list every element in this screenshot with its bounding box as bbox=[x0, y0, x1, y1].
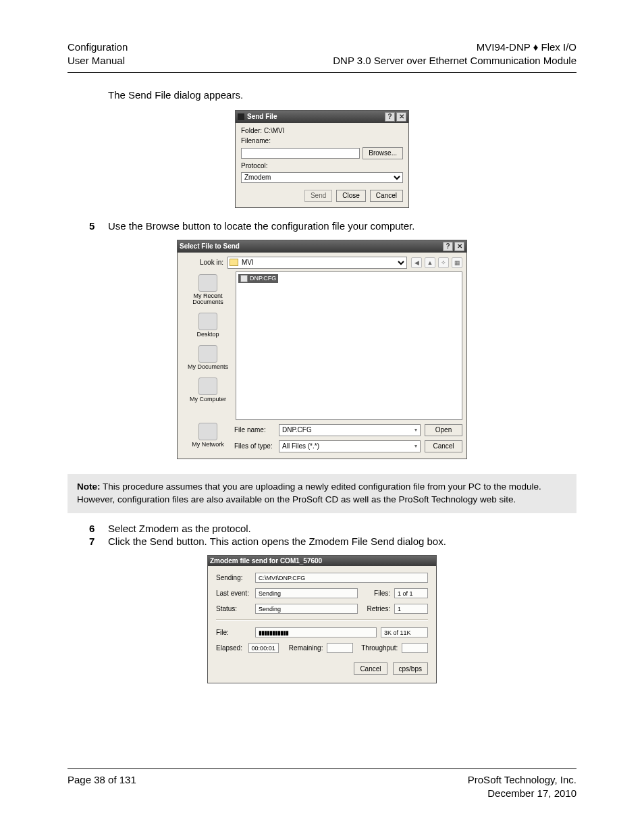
select-file-titlebar: Select File to Send ? ✕ bbox=[178, 240, 466, 253]
filename-combo[interactable]: DNP.CFG▾ bbox=[279, 424, 421, 436]
zmodem-titlebar: Zmodem file send for COM1_57600 bbox=[208, 556, 436, 566]
filename-input[interactable] bbox=[241, 148, 360, 159]
lookin-select[interactable]: MVI bbox=[227, 257, 407, 269]
retries-label: Retries: bbox=[362, 605, 390, 613]
remaining-value bbox=[327, 643, 353, 653]
folder-label: Folder: bbox=[241, 127, 262, 134]
throughput-label: Throughput: bbox=[361, 644, 398, 652]
remaining-label: Remaining: bbox=[289, 644, 323, 652]
filename-label: Filename: bbox=[241, 137, 403, 145]
desktop-icon bbox=[198, 313, 217, 330]
step-5-number: 5 bbox=[89, 220, 108, 232]
elapsed-label: Elapsed: bbox=[216, 644, 244, 652]
lastevent-label: Last event: bbox=[216, 590, 251, 597]
folder-value: C:\MVI bbox=[264, 127, 285, 134]
retries-value: 1 bbox=[394, 604, 428, 614]
note-label: Note: bbox=[77, 481, 101, 492]
status-label: Status: bbox=[216, 605, 251, 613]
file-item-selected[interactable]: DNP.CFG bbox=[238, 274, 278, 283]
cancel-button[interactable]: Cancel bbox=[370, 190, 403, 202]
views-icon[interactable]: ▦ bbox=[452, 257, 462, 268]
lastevent-value: Sending bbox=[255, 588, 358, 598]
send-file-dialog: Send File ? ✕ Folder: C:\MVI Filename: B… bbox=[235, 110, 409, 208]
help-button[interactable]: ? bbox=[385, 112, 395, 122]
files-value: 1 of 1 bbox=[394, 588, 428, 598]
status-value: Sending bbox=[255, 604, 358, 614]
files-label: Files: bbox=[362, 590, 390, 597]
close-icon[interactable]: ✕ bbox=[454, 242, 464, 251]
cps-bps-button[interactable]: cps/bps bbox=[393, 662, 428, 675]
sidebar-mydocs[interactable]: My Documents bbox=[182, 345, 234, 371]
sidebar-mycomputer[interactable]: My Computer bbox=[182, 377, 234, 403]
open-button[interactable]: Open bbox=[425, 424, 462, 436]
close-icon[interactable]: ✕ bbox=[396, 112, 406, 122]
sending-value: C:\MVI\DNP.CFG bbox=[255, 573, 428, 583]
cancel-button[interactable]: Cancel bbox=[425, 440, 462, 452]
my-network-icon bbox=[198, 423, 217, 440]
header-right-line2: DNP 3.0 Server over Ethernet Communicati… bbox=[333, 54, 576, 68]
app-icon bbox=[238, 113, 244, 120]
file-size: 3K of 11K bbox=[381, 627, 428, 637]
page-number: Page 38 of 131 bbox=[68, 773, 136, 801]
sidebar-desktop[interactable]: Desktop bbox=[182, 313, 234, 338]
back-icon[interactable]: ◀ bbox=[411, 257, 422, 268]
file-list[interactable]: DNP.CFG bbox=[236, 271, 462, 420]
filename-label: File name: bbox=[234, 426, 275, 434]
send-file-title: Send File bbox=[247, 113, 277, 120]
filetype-label: Files of type: bbox=[234, 442, 275, 450]
recent-docs-icon bbox=[198, 274, 217, 292]
places-sidebar: My Recent Documents Desktop My Documents bbox=[182, 271, 234, 420]
select-file-title: Select File to Send bbox=[180, 242, 240, 250]
footer-date: December 17, 2010 bbox=[468, 787, 576, 800]
new-folder-icon[interactable]: ✧ bbox=[438, 257, 449, 268]
file-progress: ▮▮▮▮▮▮▮▮▮▮▮ bbox=[255, 627, 377, 637]
zmodem-send-dialog: Zmodem file send for COM1_57600 Sending:… bbox=[207, 555, 437, 683]
zmodem-cancel-button[interactable]: Cancel bbox=[354, 662, 387, 675]
lookin-label: Look in: bbox=[182, 259, 223, 266]
page-header: Configuration User Manual MVI94-DNP ♦ Fl… bbox=[68, 41, 576, 73]
footer-company: ProSoft Technology, Inc. bbox=[468, 773, 576, 787]
step-7-number: 7 bbox=[89, 536, 108, 547]
send-button[interactable]: Send bbox=[304, 190, 332, 202]
step-5-text: Use the Browse button to locate the conf… bbox=[108, 220, 576, 232]
note-text: This procedure assumes that you are uplo… bbox=[77, 481, 541, 504]
intro-text: The Send File dialog appears. bbox=[108, 89, 576, 101]
step-6-number: 6 bbox=[89, 523, 108, 534]
header-left-line1: Configuration bbox=[68, 41, 128, 54]
sidebar-mynetwork[interactable]: My Network bbox=[182, 423, 234, 448]
protocol-label: Protocol: bbox=[241, 162, 403, 170]
file-label: File: bbox=[216, 629, 251, 636]
page-footer: Page 38 of 131 ProSoft Technology, Inc. … bbox=[68, 768, 576, 801]
elapsed-value: 00:00:01 bbox=[248, 643, 279, 653]
protocol-select[interactable]: Zmodem bbox=[241, 172, 403, 183]
sidebar-recent[interactable]: My Recent Documents bbox=[182, 274, 234, 307]
header-left-line2: User Manual bbox=[68, 54, 128, 68]
throughput-value bbox=[402, 643, 428, 653]
my-computer-icon bbox=[198, 377, 217, 395]
step-7-text: Click the Send button. This action opens… bbox=[108, 536, 576, 547]
header-right-line1: MVI94-DNP ♦ Flex I/O bbox=[333, 41, 576, 54]
note-box: Note: This procedure assumes that you ar… bbox=[68, 474, 576, 513]
up-icon[interactable]: ▲ bbox=[425, 257, 435, 268]
sending-label: Sending: bbox=[216, 574, 251, 581]
filetype-combo[interactable]: All Files (*.*)▾ bbox=[279, 440, 421, 452]
send-file-titlebar: Send File ? ✕ bbox=[236, 111, 408, 123]
zmodem-title: Zmodem file send for COM1_57600 bbox=[210, 557, 322, 565]
select-file-dialog: Select File to Send ? ✕ Look in: MVI ◀ ▲ bbox=[177, 240, 467, 460]
browse-button[interactable]: Browse... bbox=[363, 147, 403, 159]
file-icon bbox=[240, 275, 248, 282]
my-documents-icon bbox=[198, 345, 217, 363]
close-button[interactable]: Close bbox=[336, 190, 366, 202]
step-6-text: Select Zmodem as the protocol. bbox=[108, 523, 576, 534]
help-button[interactable]: ? bbox=[443, 242, 453, 251]
